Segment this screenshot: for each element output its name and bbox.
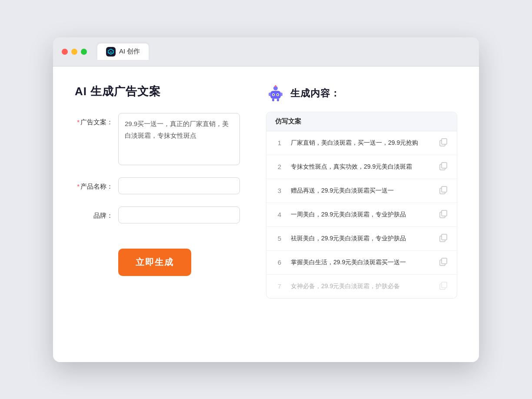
svg-rect-7 (277, 99, 279, 101)
titlebar: AI AI 创作 (53, 37, 479, 66)
close-button[interactable] (62, 49, 68, 55)
row-number: 2 (275, 163, 284, 170)
row-number: 6 (275, 259, 284, 266)
svg-rect-16 (442, 163, 447, 168)
table-row: 1厂家直销，美白淡斑霜，买一送一，29.9元抢购 (266, 131, 457, 155)
copy-icon[interactable] (439, 233, 448, 244)
browser-content: AI 生成广告文案 *广告文案： 29.9买一送一，真正的厂家直销，美白淡斑霜，… (53, 66, 479, 362)
row-number: 4 (275, 211, 284, 218)
minimize-button[interactable] (71, 49, 77, 55)
svg-point-11 (277, 94, 279, 95)
table-row: 7女神必备，29.9元美白淡斑霜，护肤必备 (266, 275, 457, 298)
brand-row: 品牌： 好白 (75, 206, 240, 223)
brand-label: 品牌： (75, 206, 118, 221)
table-row: 4一周美白，29.9元美白淡斑霜，专业护肤品 (266, 203, 457, 227)
result-header: 生成内容： (266, 84, 457, 103)
product-name-input[interactable]: 美白淡斑霜 (118, 177, 240, 194)
copy-icon[interactable] (439, 281, 448, 292)
row-text: 厂家直销，美白淡斑霜，买一送一，29.9元抢购 (291, 138, 432, 147)
row-number: 7 (275, 283, 284, 290)
tab-area: AI AI 创作 (97, 43, 149, 60)
ad-copy-input[interactable]: 29.9买一送一，真正的厂家直销，美白淡斑霜，专抹女性斑点 (118, 113, 240, 165)
ai-tab-icon: AI (106, 47, 116, 57)
svg-rect-5 (280, 93, 283, 96)
copy-icon[interactable] (439, 161, 448, 173)
svg-rect-4 (269, 93, 271, 96)
product-name-label: *产品名称： (75, 177, 118, 192)
ad-copy-label: *广告文案： (75, 113, 118, 127)
row-text: 女神必备，29.9元美白淡斑霜，护肤必备 (291, 281, 432, 291)
copy-icon[interactable] (439, 257, 448, 268)
svg-text:AI: AI (110, 50, 112, 53)
svg-rect-26 (442, 282, 447, 288)
row-number: 1 (275, 139, 284, 146)
required-star-2: * (77, 183, 80, 190)
svg-rect-14 (442, 139, 447, 144)
copy-icon[interactable] (439, 209, 448, 220)
svg-rect-6 (272, 99, 274, 101)
right-panel: 生成内容： 仿写文案 1厂家直销，美白淡斑霜，买一送一，29.9元抢购 2专抹女… (266, 84, 457, 299)
copy-icon[interactable] (439, 137, 448, 149)
row-text: 掌握美白生活，29.9元美白淡斑霜买一送一 (291, 257, 432, 267)
svg-point-12 (275, 85, 276, 87)
svg-rect-24 (442, 258, 447, 264)
table-row: 2专抹女性斑点，真实功效，29.9元美白淡斑霜 (266, 155, 457, 179)
svg-point-10 (273, 94, 274, 95)
result-title: 生成内容： (290, 87, 340, 100)
robot-icon (266, 84, 285, 103)
brand-input[interactable]: 好白 (118, 206, 240, 223)
traffic-lights (62, 49, 87, 55)
svg-rect-3 (270, 91, 281, 99)
table-row: 6掌握美白生活，29.9元美白淡斑霜买一送一 (266, 251, 457, 275)
row-number: 3 (275, 187, 284, 194)
row-number: 5 (275, 235, 284, 242)
row-text: 专抹女性斑点，真实功效，29.9元美白淡斑霜 (291, 162, 432, 171)
ad-copy-row: *广告文案： 29.9买一送一，真正的厂家直销，美白淡斑霜，专抹女性斑点 (75, 113, 240, 165)
svg-rect-22 (442, 234, 447, 240)
page-title: AI 生成广告文案 (75, 84, 240, 99)
table-row: 3赠品再送，29.9元美白淡斑霜买一送一 (266, 179, 457, 203)
table-row: 5祛斑美白，29.9元美白淡斑霜，专业护肤品 (266, 227, 457, 251)
svg-rect-20 (442, 210, 447, 216)
row-text: 一周美白，29.9元美白淡斑霜，专业护肤品 (291, 209, 432, 219)
maximize-button[interactable] (81, 49, 87, 55)
result-table: 仿写文案 1厂家直销，美白淡斑霜，买一送一，29.9元抢购 2专抹女性斑点，真实… (266, 112, 457, 299)
browser-window: AI AI 创作 AI 生成广告文案 *广告文案： 29.9买一送一，真正的厂家… (53, 37, 479, 362)
row-text: 赠品再送，29.9元美白淡斑霜买一送一 (291, 186, 432, 195)
svg-rect-18 (442, 186, 447, 192)
result-rows-container: 1厂家直销，美白淡斑霜，买一送一，29.9元抢购 2专抹女性斑点，真实功效，29… (266, 131, 457, 298)
tab-ai-creation[interactable]: AI AI 创作 (97, 43, 149, 60)
row-text: 祛斑美白，29.9元美白淡斑霜，专业护肤品 (291, 233, 432, 243)
tab-label: AI 创作 (119, 47, 140, 56)
required-star-1: * (77, 118, 80, 126)
left-panel: AI 生成广告文案 *广告文案： 29.9买一送一，真正的厂家直销，美白淡斑霜，… (75, 84, 240, 299)
generate-button[interactable]: 立即生成 (118, 249, 191, 276)
copy-icon[interactable] (439, 185, 448, 196)
product-name-row: *产品名称： 美白淡斑霜 (75, 177, 240, 194)
result-table-header: 仿写文案 (266, 112, 457, 131)
main-layout: AI 生成广告文案 *广告文案： 29.9买一送一，真正的厂家直销，美白淡斑霜，… (75, 84, 457, 299)
